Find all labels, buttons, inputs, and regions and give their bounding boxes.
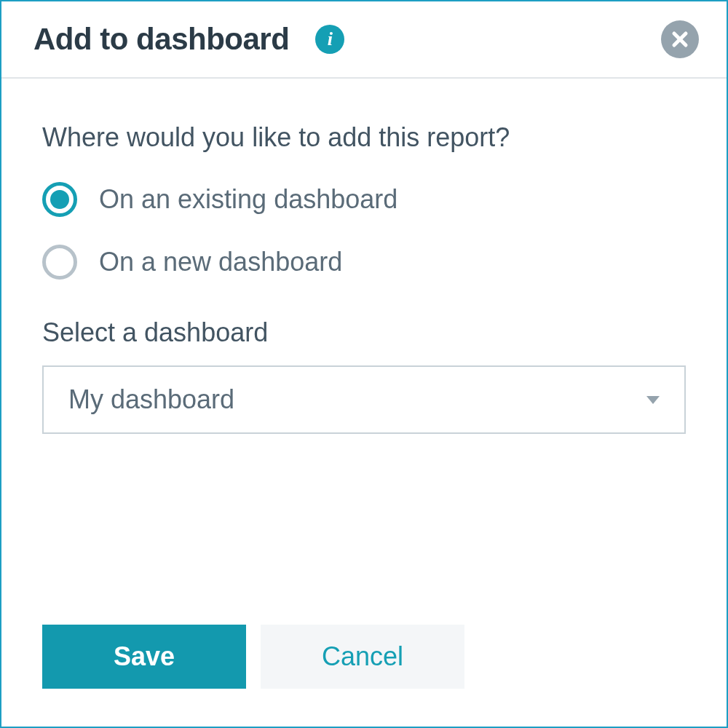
radio-label-new: On a new dashboard (99, 247, 342, 277)
radio-option-existing[interactable]: On an existing dashboard (42, 182, 686, 217)
radio-group: On an existing dashboard On a new dashbo… (42, 182, 686, 280)
select-value: My dashboard (68, 384, 646, 415)
radio-label-existing: On an existing dashboard (99, 184, 397, 215)
chevron-down-icon (646, 396, 660, 404)
modal-header: Add to dashboard i (1, 1, 727, 79)
modal-body: Where would you like to add this report?… (1, 79, 727, 625)
dashboard-select[interactable]: My dashboard (42, 365, 686, 434)
question-text: Where would you like to add this report? (42, 122, 686, 153)
radio-icon (42, 245, 77, 280)
close-icon[interactable] (661, 20, 699, 58)
add-to-dashboard-modal: Add to dashboard i Where would you like … (0, 0, 728, 728)
save-button[interactable]: Save (42, 625, 246, 689)
radio-icon (42, 182, 77, 217)
modal-footer: Save Cancel (1, 625, 727, 727)
cancel-button[interactable]: Cancel (261, 625, 464, 689)
info-icon[interactable]: i (315, 25, 344, 54)
select-label: Select a dashboard (42, 317, 686, 348)
modal-title: Add to dashboard (33, 22, 289, 57)
radio-option-new[interactable]: On a new dashboard (42, 245, 686, 280)
